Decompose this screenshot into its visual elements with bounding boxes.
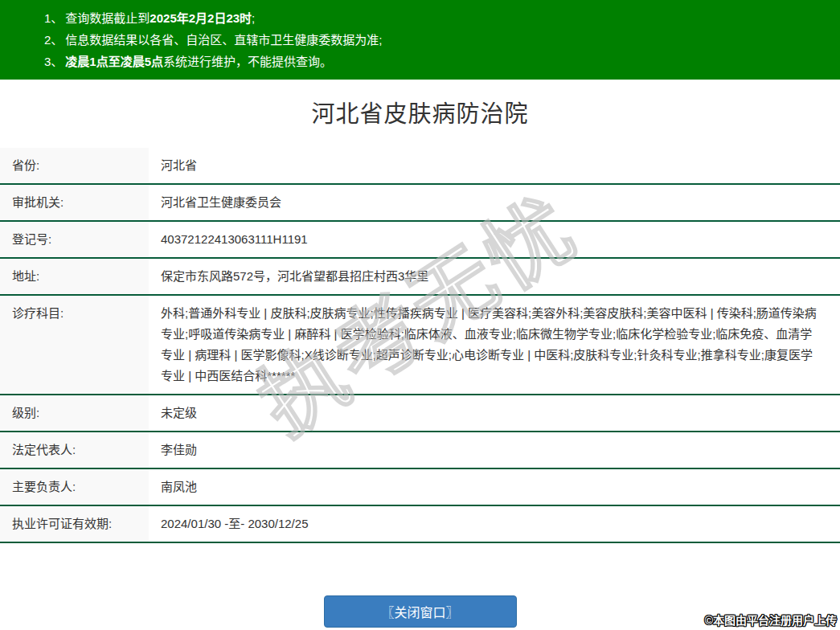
table-row-legal-representative: 法定代表人: 李佳勋 (0, 432, 840, 469)
table-row-level: 级别: 未定级 (0, 395, 840, 432)
row-label: 省份: (0, 148, 149, 183)
notice-number: 1、 (44, 11, 63, 25)
table-row-main-responsible-person: 主要负责人: 南凤池 (0, 469, 840, 506)
table-row-province: 省份: 河北省 (0, 148, 840, 185)
row-label: 审批机关: (0, 185, 149, 220)
row-label: 地址: (0, 259, 149, 294)
close-window-button[interactable]: 〖关闭窗口〗 (324, 595, 517, 628)
row-value: 2024/01/30 -至- 2030/12/25 (149, 506, 840, 542)
notice-number: 2、 (44, 33, 63, 47)
table-row-address: 地址: 保定市东风路572号，河北省望都县招庄村西3华里 (0, 259, 840, 296)
notice-line-3: 3、凌晨1点至凌晨5点系统进行维护，不能提供查询。 (44, 51, 832, 72)
notice-text-bold: 2025年2月2日23时 (150, 11, 252, 25)
notice-text: 信息数据结果以各省、自治区、直辖市卫生健康委数据为准; (65, 33, 382, 47)
institution-info-table: 省份: 河北省 审批机关: 河北省卫生健康委员会 登记号: 4037212241… (0, 148, 840, 543)
table-row-medical-subjects: 诊疗科目: 外科;普通外科专业 | 皮肤科;皮肤病专业;性传播疾病专业 | 医疗… (0, 296, 840, 395)
table-row-approval-authority: 审批机关: 河北省卫生健康委员会 (0, 185, 840, 222)
row-value: 李佳勋 (149, 432, 840, 468)
upload-credit-text: ©本图由平台注册用户上传 (705, 612, 837, 628)
table-row-registration-number: 登记号: 40372122413063111H1191 (0, 222, 840, 259)
table-row-license-validity: 执业许可证有效期: 2024/01/30 -至- 2030/12/25 (0, 506, 840, 543)
row-label: 登记号: (0, 222, 149, 257)
row-value: 河北省 (149, 148, 840, 183)
row-value: 河北省卫生健康委员会 (149, 185, 840, 220)
row-value: 40372122413063111H1191 (149, 222, 840, 257)
row-label: 级别: (0, 395, 149, 431)
notice-text-bold: 凌晨1点至凌晨5点 (65, 55, 163, 68)
notice-banner: 1、查询数据截止到2025年2月2日23时; 2、信息数据结果以各省、自治区、直… (0, 0, 840, 80)
notice-line-2: 2、信息数据结果以各省、自治区、直辖市卫生健康委数据为准; (44, 29, 832, 51)
row-value: 未定级 (149, 395, 840, 431)
notice-text: 查询数据截止到 (65, 11, 150, 25)
row-value: 外科;普通外科专业 | 皮肤科;皮肤病专业;性传播疾病专业 | 医疗美容科;美容… (149, 296, 840, 394)
row-value: 南凤池 (149, 469, 840, 505)
page-title: 河北省皮肤病防治院 (0, 98, 840, 130)
row-label: 法定代表人: (0, 432, 149, 468)
notice-text: 系统进行维护，不能提供查询。 (163, 55, 332, 68)
notice-number: 3、 (44, 55, 63, 68)
notice-line-1: 1、查询数据截止到2025年2月2日23时; (44, 7, 832, 29)
row-label: 执业许可证有效期: (0, 506, 149, 542)
row-label: 诊疗科目: (0, 296, 149, 394)
row-label: 主要负责人: (0, 469, 149, 505)
row-value: 保定市东风路572号，河北省望都县招庄村西3华里 (149, 259, 840, 294)
notice-text: ; (252, 11, 255, 25)
